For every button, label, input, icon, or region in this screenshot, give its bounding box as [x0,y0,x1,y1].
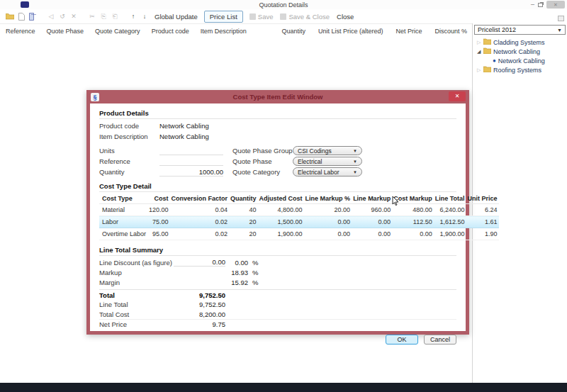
dialog-title: Cost Type Item Edit Window [86,93,469,101]
toolbar: ◁ ↺ ✕ ✂ ⎘ ⎗ ↑ ↓ Global Update Price List… [0,9,567,24]
save-close-icon [280,13,286,20]
minimize-icon[interactable]: – [531,1,534,8]
column-reference[interactable]: Reference [6,28,35,35]
reference-input[interactable] [159,157,223,166]
section-product-details: Product Details [99,107,456,119]
column-item-description[interactable]: Item Description [201,28,247,35]
column-net-price[interactable]: Net Price [395,28,422,35]
cost-table-header-row: Cost Type Cost Conversion Factor Quantit… [99,194,499,204]
markup-percent: 18.93 [225,269,248,276]
save-icon [249,13,256,20]
new-document-icon[interactable] [16,11,26,21]
tree-item-cladding-systems[interactable]: ▷ Cladding Systems [477,38,567,47]
column-discount[interactable]: Discount % [434,28,467,35]
column-unit-list-price[interactable]: Unit List Price (altered) [318,28,383,35]
column-quantity[interactable]: Quantity [281,28,305,35]
save-close-button: Save & Close [280,13,330,21]
pricelist-tree: ▷ Cladding Systems ◢ Network Cabling ● N… [473,38,567,74]
close-button[interactable]: Close [337,13,354,21]
units-input[interactable] [159,147,223,155]
window-titlebar: Quotation Details – ✕ [0,0,567,9]
chevron-right-icon[interactable]: ▷ [477,40,483,45]
folder-icon [483,66,491,74]
product-code-label: Product code [99,122,159,130]
cancel-button[interactable]: Cancel [424,335,456,345]
percent-sign: % [252,259,258,267]
window-title: Quotation Details [0,1,567,9]
folder-icon [483,38,491,46]
cost-type-edit-dialog: § Cost Type Item Edit Window ✕ Product D… [86,90,469,335]
save-button: Save [249,13,274,21]
tree-item-network-cabling[interactable]: ◢ Network Cabling [477,47,567,56]
quote-phase-group-dropdown[interactable]: CSI Codings ▼ [293,146,362,155]
folder-icon [483,47,491,55]
quote-phase-dropdown[interactable]: Electrical ▼ [293,157,362,166]
column-product-code[interactable]: Product code [152,28,189,35]
reference-label: Reference [99,157,159,165]
column-quote-category[interactable]: Quote Category [95,28,140,35]
net-price-value: 9.75 [174,320,225,328]
item-description-label: Item Description [99,133,159,140]
copy-icon: ⎘ [99,11,108,21]
table-row-material[interactable]: Material 120.00 0.04 40 4,800.00 20.00 9… [99,204,499,216]
copy-document-icon[interactable] [28,11,38,21]
tree-item-roofing-systems[interactable]: ▷ Roofing Systems [477,65,567,74]
item-description-value: Network Cabling [159,133,209,140]
dialog-icon: § [91,93,99,101]
dialog-close-icon[interactable]: ✕ [449,91,466,101]
paste-icon: ⎗ [110,11,120,21]
line-total-label: Line Total [99,301,174,308]
markup-label: Markup [99,269,174,276]
line-total-value: 9,752.50 [174,301,225,308]
pricelist-dropdown[interactable]: Pricelist 2012 ▼ [474,25,566,35]
global-update-button[interactable]: Global Update [155,13,198,21]
chevron-down-icon: ▼ [557,28,562,33]
table-row-overtime-labor[interactable]: Overtime Labor 95.00 0.02 20 1,900.00 0.… [99,228,499,240]
restore-icon[interactable] [538,3,543,7]
total-cost-label: Total Cost [99,310,174,318]
quantity-input[interactable]: 1000.00 [159,168,223,177]
quote-category-dropdown[interactable]: Electrical Labor ▼ [293,167,362,177]
total-label: Total [99,291,174,299]
bullet-icon: ● [493,57,496,64]
quote-phase-group-label: Quote Phase Group [232,147,293,155]
percent-sign: % [252,279,258,286]
bottom-bar [0,383,567,392]
percent-sign: % [252,269,258,276]
chevron-down-icon: ▼ [353,159,357,164]
move-up-icon[interactable]: ↑ [128,11,138,21]
quantity-label: Quantity [99,168,159,176]
close-window-icon[interactable]: ✕ [546,1,565,9]
net-price-label: Net Price [99,320,174,328]
chevron-right-icon[interactable]: ▷ [477,67,483,73]
section-line-total-summary: Line Total Summary [99,244,456,256]
margin-percent: 15.92 [225,279,248,286]
line-discount-percent: 0.00 [225,259,248,267]
grid-header: Reference Quote Phase Quote Category Pro… [0,26,471,37]
chevron-down-icon: ▼ [353,170,357,174]
cost-type-table: Cost Type Cost Conversion Factor Quantit… [99,194,499,240]
total-value: 9,752.50 [174,291,225,299]
margin-label: Margin [99,279,174,286]
price-list-button[interactable]: Price List [204,11,243,23]
open-folder-icon[interactable] [5,11,15,21]
mouse-cursor [392,196,399,209]
tree-item-network-cabling-child[interactable]: ● Network Cabling [477,56,567,65]
ok-button[interactable]: OK [386,335,418,345]
chevron-down-icon: ▼ [353,149,357,153]
quote-phase-label: Quote Phase [232,157,293,165]
total-cost-value: 8,200.00 [174,310,225,318]
quote-category-label: Quote Category [232,168,293,176]
line-discount-input[interactable]: 0.00 [174,258,225,267]
undo-icon: ◁ [46,11,56,21]
refresh-icon: ↺ [57,11,67,21]
units-label: Units [99,147,159,155]
chevron-expanded-icon[interactable]: ◢ [477,49,483,55]
delete-icon: ✕ [69,11,79,21]
column-quote-phase[interactable]: Quote Phase [47,28,84,35]
section-cost-type-detail: Cost Type Detail [99,180,456,192]
cut-icon: ✂ [87,11,97,21]
move-down-icon[interactable]: ↓ [140,11,150,21]
panel-options-icon[interactable] [558,16,564,21]
table-row-labor[interactable]: Labor 75.00 0.02 20 1,500.00 0.00 0.00 1… [99,216,499,228]
